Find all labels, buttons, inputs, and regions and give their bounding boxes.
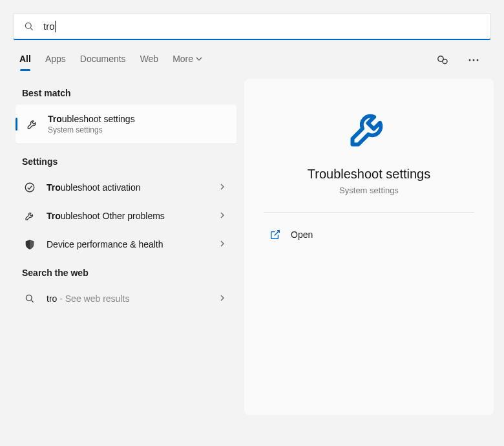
search-icon [23,292,36,305]
web-search-item[interactable]: tro - See web results [10,284,236,313]
tab-actions [432,49,485,71]
text-cursor [55,21,56,32]
detail-pane: Troubleshoot settings System settings Op… [244,79,494,415]
tab-more[interactable]: More [173,50,202,70]
list-item-label: Device performance & health [47,239,208,250]
best-match-subtitle: System settings [48,125,135,134]
svg-point-4 [469,59,471,61]
chevron-right-icon [218,293,226,304]
detail-title: Troubleshoot settings [308,167,430,182]
tab-web[interactable]: Web [140,50,159,70]
check-circle-icon [23,181,36,194]
search-bar-container: tro [0,0,504,40]
section-header-best-match: Best match [10,79,236,105]
main-content: Best match Troubleshoot settings System … [0,71,504,415]
list-item-label: Troubleshoot Other problems [47,211,208,221]
detail-subtitle: System settings [339,186,399,195]
svg-point-5 [473,59,475,61]
tabs: All Apps Documents Web More [19,50,202,70]
best-match-text: Troubleshoot settings System settings [48,114,135,134]
svg-point-3 [443,59,447,64]
results-column: Best match Troubleshoot settings System … [10,79,236,415]
chat-icon-button[interactable] [432,49,454,71]
divider [264,212,474,213]
action-open[interactable]: Open [264,222,474,248]
chevron-right-icon [218,239,226,250]
svg-point-7 [25,183,34,192]
detail-hero: Troubleshoot settings System settings [264,105,474,195]
tab-apps[interactable]: Apps [45,50,66,70]
search-input[interactable]: tro [43,21,55,32]
search-box[interactable]: tro [13,13,491,40]
settings-item-device-health[interactable]: Device performance & health [10,230,236,259]
tab-documents[interactable]: Documents [80,50,126,70]
search-icon [23,20,36,33]
svg-point-6 [477,59,479,61]
more-options-button[interactable] [463,49,485,71]
best-match-item[interactable]: Troubleshoot settings System settings [16,105,236,143]
list-item-label: Troubleshoot activation [47,182,208,193]
ellipsis-icon [468,54,479,66]
section-header-web: Search the web [10,259,236,284]
action-label: Open [291,229,313,240]
shield-icon [23,238,36,251]
svg-line-1 [30,28,32,30]
best-match-title: Troubleshoot settings [48,114,135,124]
chat-icon [436,54,449,67]
wrench-icon [26,118,39,131]
chevron-right-icon [218,182,226,193]
wrench-icon [23,209,36,222]
svg-point-8 [26,295,32,301]
svg-point-0 [25,23,31,28]
list-item-label: tro - See web results [47,293,208,304]
tab-more-label: More [173,54,193,64]
tab-all[interactable]: All [19,50,31,70]
section-header-settings: Settings [10,147,236,173]
chevron-down-icon [196,56,202,62]
settings-item-troubleshoot-activation[interactable]: Troubleshoot activation [10,173,236,202]
svg-line-9 [31,300,33,302]
chevron-right-icon [218,210,226,222]
open-external-icon [269,228,282,241]
wrench-icon [346,105,392,154]
settings-item-troubleshoot-other[interactable]: Troubleshoot Other problems [10,202,236,230]
tabs-row: All Apps Documents Web More [0,40,504,71]
